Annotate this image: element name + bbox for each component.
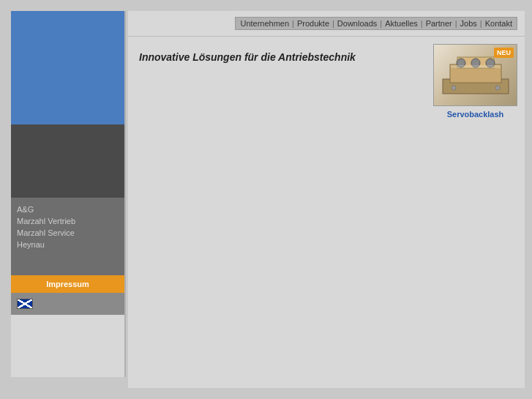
uk-flag-icon[interactable] xyxy=(17,299,33,309)
nav-item-kontakt[interactable]: Kontakt xyxy=(485,19,512,28)
sidebar-dark-block xyxy=(11,124,124,198)
nav-sep-5: | xyxy=(455,19,457,28)
nav-sep-2: | xyxy=(332,19,334,28)
nav-sep-4: | xyxy=(421,19,423,28)
nav-item-partner[interactable]: Partner xyxy=(426,19,452,28)
nav-sep-6: | xyxy=(480,19,482,28)
nav-item-aktuelles[interactable]: Aktuelles xyxy=(385,19,418,28)
sidebar-item-ag[interactable]: A&G xyxy=(17,205,119,214)
product-image-inner: NEU xyxy=(434,45,517,105)
neu-badge: NEU xyxy=(494,48,514,58)
nav-sep-3: | xyxy=(380,19,382,28)
sidebar: A&G Marzahl Vertrieb Marzahl Service Hey… xyxy=(11,11,124,377)
sidebar-blue-block xyxy=(11,11,124,124)
main-content: Unternehmen | Produkte | Downloads | Akt… xyxy=(128,11,525,388)
nav-item-downloads[interactable]: Downloads xyxy=(337,19,377,28)
sidebar-nav-section: A&G Marzahl Vertrieb Marzahl Service Hey… xyxy=(11,198,124,275)
nav-item-unternehmen[interactable]: Unternehmen xyxy=(240,19,289,28)
nav-sep-1: | xyxy=(292,19,294,28)
content-body: Innovative Lösungen für die Antriebstech… xyxy=(128,37,525,81)
product-card: NEU Servobacklash xyxy=(433,44,517,119)
sidebar-item-marzahl-vertrieb[interactable]: Marzahl Vertrieb xyxy=(17,217,119,225)
page-wrapper: A&G Marzahl Vertrieb Marzahl Service Hey… xyxy=(0,0,532,399)
sidebar-divider xyxy=(124,11,126,377)
impressum-label: Impressum xyxy=(46,280,89,288)
flag-section[interactable] xyxy=(11,293,124,315)
nav-item-produkte[interactable]: Produkte xyxy=(297,19,329,28)
nav-bar: Unternehmen | Produkte | Downloads | Akt… xyxy=(235,17,517,30)
sidebar-item-heynau[interactable]: Heynau xyxy=(17,240,119,249)
sidebar-bottom-area xyxy=(11,315,124,378)
product-title[interactable]: Servobacklash xyxy=(433,110,517,119)
top-navigation: Unternehmen | Produkte | Downloads | Akt… xyxy=(128,11,525,37)
sidebar-item-marzahl-service[interactable]: Marzahl Service xyxy=(17,228,119,237)
nav-item-jobs[interactable]: Jobs xyxy=(460,19,477,28)
product-image[interactable]: NEU xyxy=(433,44,517,106)
impressum-button[interactable]: Impressum xyxy=(11,275,124,293)
svg-point-7 xyxy=(495,86,500,90)
svg-rect-8 xyxy=(451,65,501,68)
svg-point-6 xyxy=(452,86,456,90)
